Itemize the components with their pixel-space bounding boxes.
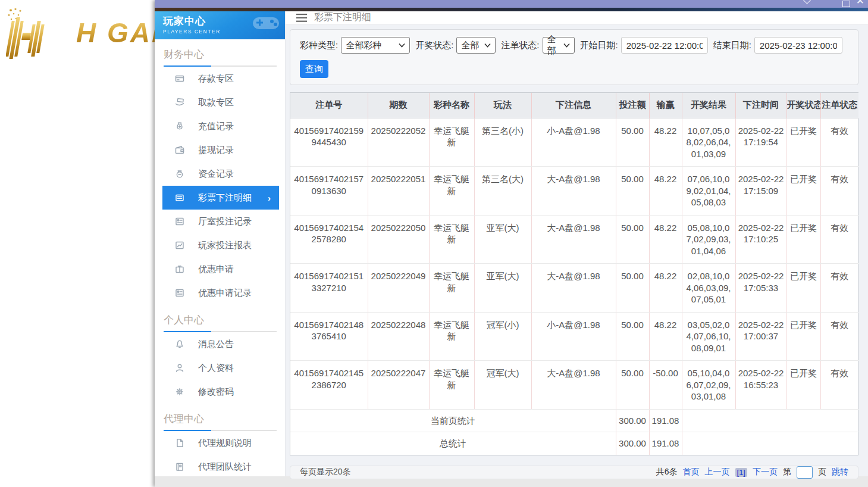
order-status-select[interactable]: 全部 [543,37,575,54]
cell-lottery-name: 幸运飞艇新 [429,264,474,313]
start-date-input[interactable] [621,37,708,54]
sidebar-item-promo-apply[interactable]: 优惠申请 [162,257,279,281]
lottery-type-label: 彩种类型: [300,40,338,51]
cell-lottery-name: 幸运飞艇新 [429,361,474,410]
cell-bet-info: 大-A盘@1.98 [531,215,616,264]
sidebar-item-label: 充值记录 [198,121,234,132]
main-topbar: 彩票下注明细 [286,11,868,24]
col-bet-amount: 投注额 [616,93,649,118]
maximize-icon[interactable] [842,1,850,7]
current-page-badge: [1] [735,468,747,477]
section-agent-center: 代理中心 [164,412,285,426]
cell-draw-result: 03,05,02,04,07,06,10,08,09,01 [682,312,735,361]
close-icon[interactable]: ✕ [856,0,864,6]
cell-draw-status: 已开奖 [786,215,820,264]
page-jump-input[interactable] [797,466,813,479]
query-button[interactable]: 查询 [300,60,328,78]
bet-detail-icon [174,193,185,202]
prev-page-link[interactable]: 上一页 [705,467,730,477]
draw-status-label: 开奖状态: [415,40,453,51]
sidebar: 玩家中心 PLAYERS CENTER 财务中心 存款专区 取款专区 [155,11,286,476]
lottery-type-value: 全部彩种 [346,40,381,51]
hamburger-menu-icon[interactable] [296,14,307,22]
cell-bet-no: 401569174021542578280 [290,215,368,264]
cell-bet-amount: 50.00 [616,215,649,264]
cell-bet-no: 401569174021452386720 [290,361,368,410]
cell-bet-no: 401569174021599445430 [290,118,368,167]
total-count-text: 共6条 [656,467,678,477]
wallet-icon [174,145,185,155]
cell-bet-amount: 50.00 [616,167,649,216]
cell-draw-result: 05,10,04,06,07,02,09,03,01,08 [682,361,735,410]
cell-bet-time: 2025-02-22 16:55:23 [735,361,786,410]
sidebar-item-label: 资金记录 [198,168,234,180]
cell-bet-time: 2025-02-22 17:15:09 [735,167,786,216]
first-page-link[interactable]: 首页 [683,467,700,477]
cell-bet-amount: 50.00 [616,264,649,313]
cell-period: 20250222047 [368,361,429,410]
cell-draw-status: 已开奖 [786,361,820,410]
cell-lottery-name: 幸运飞艇新 [429,118,474,167]
summary-empty [682,432,858,455]
draw-status-select[interactable]: 全部 [456,37,496,54]
hh-logo-emblem-icon [6,7,73,59]
cell-period: 20250222052 [368,118,429,167]
sidebar-item-label: 代理规则说明 [198,438,252,449]
current-page-summary-row: 当前页统计 300.00 191.08 [290,409,858,432]
cell-bet-amount: 50.00 [616,312,649,361]
grand-total-summary-row: 总统计 300.00 191.08 [290,432,858,455]
sidebar-item-change-password[interactable]: 修改密码 [162,380,279,404]
cell-win-loss: 48.22 [649,264,682,313]
sidebar-item-hall-bet-records[interactable]: 厅室投注记录 [162,210,279,233]
sidebar-item-label: 消息公告 [198,339,234,350]
cell-bet-no: 401569174021570913630 [290,167,368,216]
next-page-link[interactable]: 下一页 [753,467,778,477]
cell-play-type: 第三名(大) [474,167,531,216]
col-order-status: 注单状态 [820,93,858,118]
list-icon [174,288,185,298]
cell-draw-status: 已开奖 [786,118,820,167]
main-area: 彩票下注明细 彩种类型: 全部彩种 开奖状态: 全部 [286,11,868,476]
sidebar-item-agent-rules[interactable]: 代理规则说明 [162,431,279,455]
footer-bar: 每页显示20条 共6条 首页 上一页 [1] 下一页 第 页 跳转 [290,466,858,479]
sidebar-item-announcements[interactable]: 消息公告 [162,332,279,356]
chevron-down-icon[interactable] [803,0,811,4]
sidebar-header: 玩家中心 PLAYERS CENTER [155,11,285,39]
sidebar-item-recharge-records[interactable]: 充值记录 [162,114,279,138]
document-icon [174,438,185,448]
sidebar-item-profile[interactable]: 个人资料 [162,356,279,380]
draw-status-value: 全部 [461,40,479,51]
chevron-down-icon [484,43,491,48]
sidebar-item-lottery-bet-details[interactable]: 彩票下注明细 › [162,186,279,210]
pagination: 共6条 首页 上一页 [1] 下一页 第 页 跳转 [656,466,848,479]
cell-bet-time: 2025-02-22 17:10:25 [735,215,786,264]
sidebar-item-agent-team-stats[interactable]: 代理团队统计 [162,455,279,476]
cell-draw-result: 10,07,05,08,02,06,04,01,03,09 [682,118,735,167]
sidebar-item-funds-records[interactable]: 资金记录 [162,162,279,186]
jump-prefix-label: 第 [783,467,791,477]
summary-label: 总统计 [290,432,616,455]
table-row: 401569174021570913630 20250222051 幸运飞艇新 … [290,167,858,216]
cell-lottery-name: 幸运飞艇新 [429,215,474,264]
jump-button[interactable]: 跳转 [832,467,848,477]
page-title: 彩票下注明细 [314,11,371,24]
table-row: 401569174021452386720 20250222047 幸运飞艇新 … [290,361,858,410]
sidebar-item-player-bet-report[interactable]: 玩家投注报表 [162,233,279,257]
sidebar-item-promo-apply-records[interactable]: 优惠申请记录 [162,281,279,305]
cell-period: 20250222049 [368,264,429,313]
app-window: ✕ 玩家中心 PLAYERS CENTER 财务中心 存款专区 [155,0,868,487]
cell-bet-info: 大-A盘@1.98 [531,361,616,410]
sidebar-item-withdraw-records[interactable]: 提现记录 [162,138,279,162]
lottery-type-select[interactable]: 全部彩种 [341,37,410,54]
cell-bet-time: 2025-02-22 17:19:54 [735,118,786,167]
sidebar-item-withdraw-zone[interactable]: 取款专区 [162,90,279,114]
sidebar-item-label: 代理团队统计 [198,461,252,473]
cell-play-type: 亚军(大) [474,215,531,264]
table-row: 401569174021542578280 20250222050 幸运飞艇新 … [290,215,858,264]
window-titlebar: ✕ [155,0,868,8]
cell-lottery-name: 幸运飞艇新 [429,167,474,216]
end-date-input[interactable] [754,37,842,54]
cell-bet-info: 大-A盘@1.98 [531,264,616,313]
sidebar-item-deposit-zone[interactable]: 存款专区 [162,67,279,90]
sidebar-item-label: 修改密码 [198,386,234,398]
